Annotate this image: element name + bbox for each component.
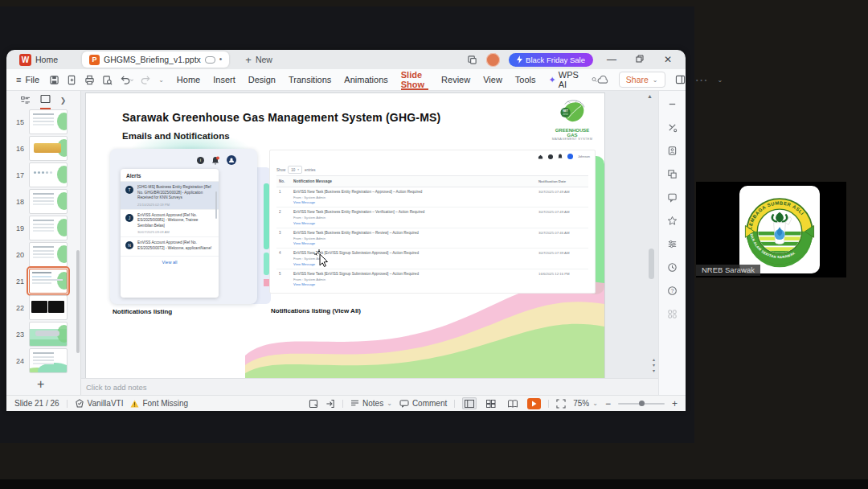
slide-thumbnail-21[interactable]: 21: [6, 268, 80, 294]
slide-subtitle: Emails and Notifications: [122, 131, 230, 141]
print-preview-icon[interactable]: [102, 75, 113, 85]
share-button[interactable]: Share⌄: [619, 72, 665, 88]
wps-home-tab[interactable]: W Home: [11, 54, 58, 66]
apps-grid-icon[interactable]: [667, 309, 678, 319]
alert-item[interactable]: T [GHG-MS] Business Entity Registration …: [121, 182, 219, 210]
new-tab-button[interactable]: +New: [245, 54, 272, 66]
normal-view-button[interactable]: [462, 397, 477, 409]
zoom-slider[interactable]: [618, 403, 665, 405]
zoom-level[interactable]: 75%⌄: [573, 399, 598, 408]
edit-tools-icon[interactable]: [667, 122, 678, 133]
reading-view-button[interactable]: [506, 397, 520, 409]
notification-message: EnVISS New Task [Business Entity Registr…: [293, 231, 538, 236]
history-icon[interactable]: [667, 262, 678, 273]
slide-thumbnail-19[interactable]: 19: [6, 215, 80, 241]
collapse-rail-icon[interactable]: [667, 99, 678, 109]
quickbar-more-icon[interactable]: ⌄: [158, 76, 164, 84]
notes-toggle[interactable]: Notes⌄: [350, 399, 392, 408]
panel-layout-icon[interactable]: [675, 75, 686, 84]
tab-tools[interactable]: Tools: [515, 69, 536, 90]
view-message-link[interactable]: View Message: [293, 282, 538, 287]
notifications-table-screenshot: Johnson Show 10▾ entries No. Notificatio…: [269, 150, 596, 294]
fit-slide-icon[interactable]: [556, 399, 566, 409]
shapes-icon[interactable]: [667, 169, 678, 179]
promo-button[interactable]: Black Friday Sale: [509, 53, 593, 67]
search-icon[interactable]: [592, 75, 597, 84]
slide-view-icon[interactable]: [40, 95, 51, 103]
account-avatar[interactable]: [486, 53, 500, 67]
exit-show-icon[interactable]: [326, 399, 335, 409]
mini-window-icon[interactable]: [309, 399, 318, 409]
outline-view-icon[interactable]: [21, 97, 31, 105]
print-icon[interactable]: [84, 75, 95, 85]
restore-button[interactable]: [630, 55, 649, 64]
document-tab[interactable]: P GHGMS_Briefing_v1.pptx •: [82, 51, 229, 68]
entries-select[interactable]: 10▾: [288, 166, 302, 174]
view-message-link[interactable]: View Message: [293, 200, 538, 205]
save-icon[interactable]: [49, 75, 59, 85]
add-slide-button[interactable]: +: [37, 377, 44, 392]
participant-video-tile[interactable]: LEMBAGA SUMBER ASLI DAN ALAM SEKITAR SAR…: [696, 182, 846, 277]
zoom-in-button[interactable]: +: [672, 398, 678, 409]
slideshow-play-button[interactable]: [527, 398, 541, 409]
slide-thumbnail-15[interactable]: 15: [6, 109, 80, 135]
settings-sliders-icon[interactable]: [667, 239, 678, 249]
slide-thumbnail-20[interactable]: 20: [6, 241, 80, 268]
font-missing-warning[interactable]: Font Missing: [130, 399, 188, 408]
prev-next-slide-buttons[interactable]: ▴▾▾: [653, 357, 655, 374]
nreb-logo-card: LEMBAGA SUMBER ASLI DAN ALAM SEKITAR SAR…: [739, 186, 820, 273]
slide-thumbnail-22[interactable]: 22: [6, 294, 80, 321]
redo-icon[interactable]: [141, 75, 151, 85]
row-number: 1: [276, 190, 293, 205]
undo-icon[interactable]: [120, 75, 133, 85]
theme-indicator[interactable]: VanillaVTI: [75, 399, 124, 408]
tab-wps-ai[interactable]: ✦WPS AI: [549, 69, 579, 90]
slide-thumbnail-23[interactable]: 23: [6, 321, 80, 347]
slide-thumbnail-18[interactable]: 18: [6, 188, 80, 215]
file-menu[interactable]: ≡File: [16, 75, 39, 84]
tab-slide-show[interactable]: Slide Show: [401, 69, 428, 90]
view-message-link[interactable]: View Message: [293, 241, 538, 246]
thumbnail-scrollbar[interactable]: [76, 250, 80, 353]
close-button[interactable]: ✕: [658, 55, 678, 64]
notes-bar[interactable]: Click to add notes: [81, 378, 658, 395]
slide-thumbnail-16[interactable]: 16: [6, 135, 80, 162]
tab-transitions[interactable]: Transitions: [289, 69, 331, 90]
tab-review[interactable]: Review: [441, 69, 470, 90]
zoom-slider-knob[interactable]: [639, 401, 645, 406]
slide-number: 22: [13, 304, 24, 312]
zoom-out-button[interactable]: −: [605, 398, 611, 409]
view-all-link[interactable]: View all: [121, 257, 219, 268]
tab-animations[interactable]: Animations: [344, 69, 387, 90]
view-message-link[interactable]: View Message: [293, 262, 538, 267]
row-number: 2: [276, 210, 293, 225]
resume-assistant-icon[interactable]: [667, 146, 678, 156]
alert-item[interactable]: N EnVISS Account Approved [Ref No. ES/20…: [121, 237, 219, 256]
alert-item[interactable]: J EnVISS Account Approved [Ref No. ES/20…: [121, 210, 219, 238]
slide-thumbnail-24[interactable]: 24: [6, 347, 80, 374]
comment-panel-icon[interactable]: [667, 192, 678, 203]
tab-insert[interactable]: Insert: [213, 69, 235, 90]
hamburger-icon: ≡: [16, 75, 21, 84]
slide-sorter-view-button[interactable]: [484, 397, 498, 409]
minimize-button[interactable]: —: [602, 55, 621, 64]
view-message-link[interactable]: View Message: [293, 221, 538, 226]
slide-canvas[interactable]: Sarawak Greenhouse Gas Management System…: [85, 92, 605, 380]
more-options-icon[interactable]: ⋯: [695, 72, 708, 88]
alert-date: 21/10/2025 02:19 PM: [137, 203, 214, 207]
help-icon[interactable]: ?: [667, 286, 678, 296]
tab-home[interactable]: Home: [177, 69, 200, 90]
tab-list-icon[interactable]: [467, 55, 477, 65]
alerts-scrollbar[interactable]: [215, 191, 217, 219]
canvas-scroll-up-icon[interactable]: ▲: [647, 93, 653, 99]
collapse-panel-icon[interactable]: ❯: [60, 97, 67, 105]
cloud-sync-icon[interactable]: [597, 76, 609, 84]
comment-button[interactable]: Comment: [399, 399, 447, 408]
canvas-scrollbar[interactable]: [649, 249, 654, 279]
slide-thumbnail-17[interactable]: 17: [6, 162, 80, 188]
tab-view[interactable]: View: [483, 69, 502, 90]
favorites-icon[interactable]: [667, 216, 678, 226]
collapse-ribbon-icon[interactable]: ⌄: [718, 76, 723, 84]
tab-design[interactable]: Design: [248, 69, 276, 90]
export-icon[interactable]: [67, 75, 77, 85]
